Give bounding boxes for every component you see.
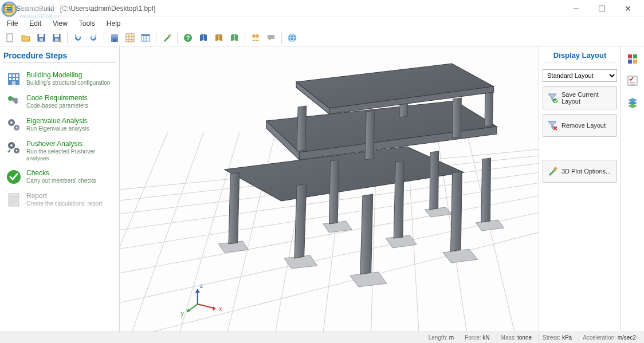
step-title: Checks xyxy=(26,169,96,177)
svg-marker-66 xyxy=(229,172,239,244)
step-checks[interactable]: ChecksCarry out members' checks xyxy=(3,165,116,188)
palette-icon[interactable] xyxy=(625,51,641,67)
svg-marker-61 xyxy=(443,249,478,263)
step-code-requirements[interactable]: Code RequirementsCode-based parameters xyxy=(3,90,116,113)
svg-rect-52 xyxy=(9,194,19,206)
svg-marker-70 xyxy=(450,171,462,251)
menu-edit[interactable]: Edit xyxy=(26,18,45,29)
svg-marker-65 xyxy=(225,147,464,201)
undo-icon[interactable] xyxy=(71,31,85,45)
plot-options-label: 3D Plot Options... xyxy=(561,168,611,175)
help-icon[interactable]: ? xyxy=(181,31,195,45)
step-title: Pushover Analysis xyxy=(26,140,113,148)
svg-rect-100 xyxy=(628,60,632,64)
svg-marker-92 xyxy=(195,289,200,293)
svg-marker-63 xyxy=(425,207,452,217)
wrench-icon xyxy=(6,94,22,110)
svg-rect-3 xyxy=(5,10,11,11)
svg-rect-99 xyxy=(633,54,637,58)
svg-point-42 xyxy=(8,96,13,101)
viewport-3d[interactable]: x y z xyxy=(120,46,539,332)
minimize-button[interactable]: ─ xyxy=(563,1,589,17)
svg-rect-12 xyxy=(54,34,59,37)
menu-bar: File Edit View Tools Help xyxy=(0,17,644,29)
app-icon xyxy=(3,4,13,13)
layers-icon[interactable] xyxy=(625,94,641,111)
step-building-modelling[interactable]: Building ModellingBuilding's structural … xyxy=(3,68,116,90)
model-icon[interactable] xyxy=(108,31,121,45)
close-button[interactable]: ✕ xyxy=(615,1,641,17)
svg-rect-17 xyxy=(126,34,134,42)
toolbar: ? xyxy=(0,29,644,46)
remove-layout-label: Remove Layout xyxy=(561,122,606,129)
step-report[interactable]: ReportCreate the calculations' report xyxy=(3,188,116,211)
menu-file[interactable]: File xyxy=(3,18,21,29)
svg-rect-15 xyxy=(111,34,118,37)
book1-icon[interactable] xyxy=(197,31,210,45)
status-force: Force: kN xyxy=(461,334,493,341)
users-icon[interactable] xyxy=(249,31,262,45)
saveas-icon[interactable] xyxy=(50,31,64,45)
svg-rect-38 xyxy=(9,78,11,80)
svg-rect-7 xyxy=(7,34,13,42)
plot-options-button[interactable]: 3D Plot Options... xyxy=(543,160,617,183)
globe-icon[interactable] xyxy=(285,31,299,45)
book2-icon[interactable] xyxy=(212,31,226,45)
funnel-remove-icon xyxy=(547,120,558,131)
menu-view[interactable]: View xyxy=(49,18,71,29)
step-title: Eigenvalue Analysis xyxy=(26,117,89,125)
svg-rect-101 xyxy=(633,60,637,64)
svg-rect-37 xyxy=(16,74,18,77)
svg-rect-9 xyxy=(39,34,44,37)
gears2-icon xyxy=(6,140,22,156)
grid-icon[interactable] xyxy=(123,31,137,45)
main-content: Procedure Steps Building ModellingBuildi… xyxy=(0,46,644,332)
svg-marker-62 xyxy=(476,220,504,231)
redo-icon[interactable] xyxy=(87,31,100,45)
brush-icon[interactable] xyxy=(160,31,174,45)
menu-tools[interactable]: Tools xyxy=(76,18,99,29)
maximize-button[interactable]: ☐ xyxy=(589,1,615,17)
svg-marker-86 xyxy=(213,306,215,311)
svg-rect-16 xyxy=(113,39,116,42)
svg-text:x: x xyxy=(219,306,222,312)
building-icon xyxy=(6,71,22,87)
open-icon[interactable] xyxy=(19,31,33,45)
step-title: Building Modelling xyxy=(26,71,110,79)
book3-icon[interactable] xyxy=(227,31,241,45)
save-icon[interactable] xyxy=(34,31,48,45)
remove-layout-button[interactable]: Remove Layout xyxy=(543,114,617,137)
layout-select[interactable]: Standard Layout xyxy=(543,69,617,82)
svg-marker-67 xyxy=(294,184,307,258)
display-layout-panel: Display Layout Standard Layout Save Curr… xyxy=(539,46,621,332)
step-pushover-analysis[interactable]: Pushover AnalysisRun the selected Pushov… xyxy=(3,136,116,165)
procedure-title: Procedure Steps xyxy=(3,51,116,63)
display-layout-title: Display Layout xyxy=(543,51,617,62)
svg-marker-79 xyxy=(453,98,462,138)
svg-marker-78 xyxy=(365,111,375,160)
right-toolstrip xyxy=(621,46,644,332)
save-layout-button[interactable]: Save Current Layout xyxy=(543,86,617,109)
step-desc: Run the selected Pushover analyses xyxy=(26,148,113,162)
step-eigenvalue-analysis[interactable]: Eigenvalue AnalysisRun Eigenvalue analys… xyxy=(3,113,116,136)
new-icon[interactable] xyxy=(3,31,17,45)
status-bar: Length: m Force: kN Mass: tonne Stress: … xyxy=(0,332,644,343)
svg-rect-41 xyxy=(12,81,15,85)
checklist-icon[interactable] xyxy=(625,73,641,89)
svg-marker-72 xyxy=(430,151,439,210)
svg-point-50 xyxy=(16,150,18,152)
svg-marker-80 xyxy=(485,91,493,127)
svg-rect-10 xyxy=(40,38,43,41)
svg-point-30 xyxy=(256,34,259,38)
title-bar: SeismoBuild [C:\Users\admin\Desktop\1.bp… xyxy=(0,0,644,17)
gears-icon xyxy=(6,117,22,133)
menu-help[interactable]: Help xyxy=(103,18,124,29)
window-title: SeismoBuild [C:\Users\admin\Desktop\1.bp… xyxy=(16,5,563,13)
step-desc: Run Eigenvalue analysis xyxy=(26,125,89,132)
svg-text:y: y xyxy=(181,310,184,317)
svg-marker-59 xyxy=(350,272,387,287)
chat-icon[interactable] xyxy=(264,31,278,45)
table-icon[interactable] xyxy=(139,31,152,45)
step-desc: Code-based parameters xyxy=(26,102,88,109)
svg-rect-13 xyxy=(55,38,58,41)
